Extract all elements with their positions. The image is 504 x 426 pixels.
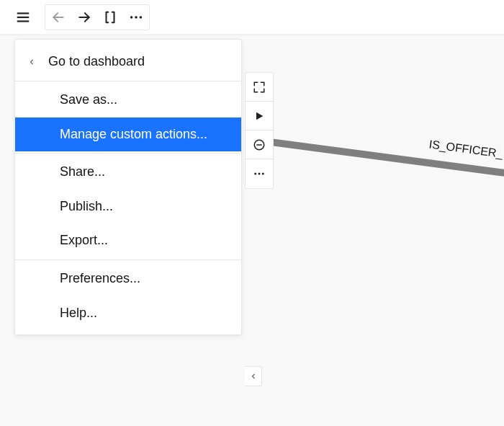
top-toolbar [0, 0, 504, 35]
more-icon[interactable] [123, 5, 149, 30]
braces-icon[interactable] [97, 5, 123, 30]
fullscreen-icon[interactable] [246, 73, 273, 102]
menu-item-export[interactable]: Export... [15, 223, 241, 258]
menu-back[interactable]: Go to dashboard [15, 44, 241, 79]
menu-item-save-as[interactable]: Save as... [15, 83, 241, 117]
menu-separator [15, 259, 241, 260]
svg-point-7 [140, 16, 143, 19]
canvas-toolbar [245, 72, 274, 189]
play-icon[interactable] [246, 102, 273, 130]
collapse-panel-button[interactable] [245, 366, 262, 386]
zoom-out-icon[interactable] [246, 130, 273, 159]
svg-marker-10 [256, 112, 263, 120]
svg-point-14 [258, 173, 261, 175]
menu-back-label: Go to dashboard [48, 54, 145, 69]
svg-point-5 [130, 16, 133, 19]
menu-item-preferences[interactable]: Preferences... [15, 262, 241, 296]
svg-point-6 [135, 16, 138, 19]
svg-point-13 [254, 173, 256, 175]
back-button[interactable] [45, 5, 71, 30]
menu-icon[interactable] [10, 4, 36, 30]
menu-item-publish[interactable]: Publish... [15, 190, 241, 224]
svg-point-15 [262, 173, 264, 175]
menu-separator [15, 81, 241, 81]
menu-item-help[interactable]: Help... [15, 296, 241, 331]
chevron-left-icon [25, 58, 38, 66]
canvas-more-icon[interactable] [246, 159, 273, 188]
nav-group [45, 4, 150, 30]
menu-item-manage-custom-actions[interactable]: Manage custom actions... [15, 117, 241, 152]
menu-item-share[interactable]: Share... [15, 155, 241, 190]
overflow-menu: Go to dashboard Save as... Manage custom… [14, 39, 242, 335]
forward-button[interactable] [71, 5, 97, 30]
chevron-left-icon [249, 372, 258, 381]
menu-separator [15, 153, 241, 154]
